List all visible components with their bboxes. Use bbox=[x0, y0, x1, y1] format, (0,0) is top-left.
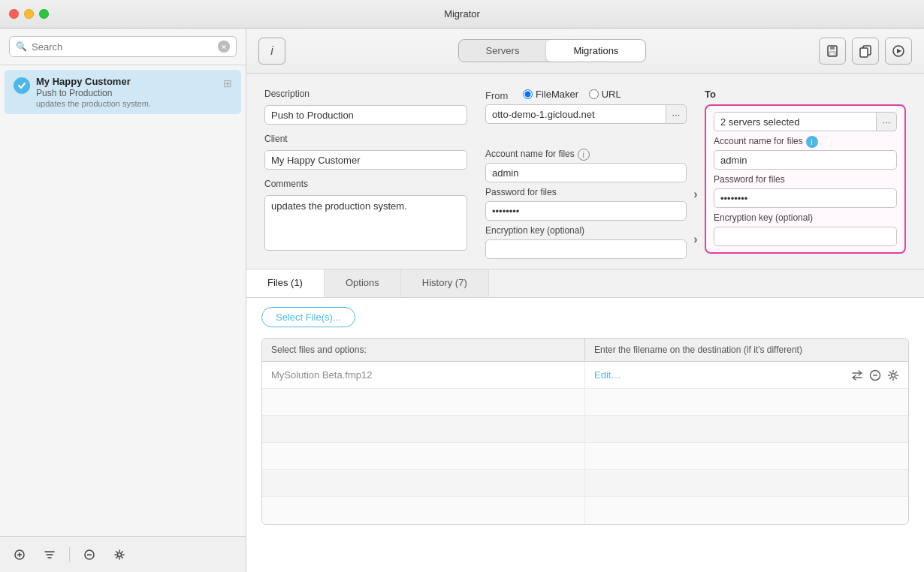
select-files-button[interactable]: Select File(s)... bbox=[261, 307, 355, 327]
app-body: 🔍 ✕ My Happy Customer Push to Production… bbox=[0, 29, 924, 572]
copy-button[interactable] bbox=[852, 38, 879, 65]
top-toolbar: i Servers Migrations bbox=[246, 29, 924, 74]
svg-rect-7 bbox=[830, 46, 835, 50]
file-dest-cell: Edit… bbox=[585, 362, 908, 388]
file-source-name: MySolution Beta.fmp12 bbox=[271, 369, 372, 381]
col-header-source: Select files and options: bbox=[262, 339, 585, 361]
col-header-dest: Enter the filename on the destination (i… bbox=[585, 339, 908, 361]
bottom-tabs: Files (1) Options History (7) bbox=[246, 269, 924, 298]
svg-rect-10 bbox=[860, 48, 868, 57]
sidebar-item-status-icon bbox=[14, 77, 30, 94]
to-account-input[interactable] bbox=[714, 150, 897, 170]
from-label: From FileMaker URL bbox=[485, 89, 687, 101]
search-box[interactable]: 🔍 ✕ bbox=[9, 36, 237, 57]
info-button[interactable]: i bbox=[258, 38, 285, 65]
tab-files[interactable]: Files (1) bbox=[246, 269, 325, 297]
add-button[interactable] bbox=[6, 543, 33, 567]
search-icon: 🔍 bbox=[16, 41, 27, 52]
table-empty-row bbox=[262, 389, 908, 416]
play-icon bbox=[892, 44, 905, 58]
search-input[interactable] bbox=[32, 41, 213, 53]
from-encryption-input[interactable] bbox=[485, 239, 687, 259]
comments-label: Comments bbox=[264, 179, 467, 189]
description-input[interactable] bbox=[264, 105, 467, 125]
run-button[interactable] bbox=[885, 38, 912, 65]
to-account-label-row: Account name for files i bbox=[714, 136, 897, 148]
from-radio-group: FileMaker URL bbox=[523, 90, 621, 101]
files-table-container: Select files and options: Enter the file… bbox=[261, 338, 909, 525]
table-row: MySolution Beta.fmp12 Edit… bbox=[262, 362, 908, 389]
from-to-area: From FileMaker URL bbox=[485, 89, 906, 260]
from-server-more-button[interactable]: ··· bbox=[666, 104, 687, 124]
sidebar-list: My Happy Customer Push to Production upd… bbox=[0, 65, 246, 536]
table-empty-row bbox=[262, 470, 908, 497]
svg-rect-8 bbox=[829, 52, 835, 56]
settings-button[interactable] bbox=[106, 543, 133, 567]
svg-point-15 bbox=[892, 373, 895, 377]
to-password-label: Password for files bbox=[714, 174, 897, 185]
to-encryption-input[interactable] bbox=[714, 227, 897, 246]
arrows-col: › › bbox=[687, 188, 705, 260]
row-icons bbox=[851, 369, 899, 381]
copy-item-icon[interactable]: ⊞ bbox=[223, 77, 232, 89]
tab-servers[interactable]: Servers bbox=[459, 40, 547, 62]
transfer-icon-button[interactable] bbox=[851, 369, 863, 381]
left-form-col: Description Client Comments updates the … bbox=[264, 89, 467, 260]
from-encryption-label: Encryption key (optional) bbox=[485, 225, 687, 236]
password-arrow-icon: › bbox=[693, 233, 697, 246]
filter-button[interactable] bbox=[36, 543, 63, 567]
maximize-button[interactable] bbox=[39, 9, 49, 19]
sidebar-item-desc: updates the production system. bbox=[36, 99, 217, 108]
to-password-input[interactable] bbox=[714, 188, 897, 208]
tab-migrations[interactable]: Migrations bbox=[546, 40, 645, 62]
files-section: Select File(s)... Select files and optio… bbox=[246, 298, 924, 572]
empty-cell-2 bbox=[585, 389, 908, 415]
to-account-info-icon[interactable]: i bbox=[806, 136, 818, 148]
titlebar: Migrator bbox=[0, 0, 924, 29]
row-settings-button[interactable] bbox=[887, 369, 899, 381]
from-to-arrow bbox=[687, 104, 705, 106]
to-section-wrapper: ··· Account name for files i Passwo bbox=[705, 104, 906, 254]
tab-history[interactable]: History (7) bbox=[401, 269, 489, 297]
sidebar: 🔍 ✕ My Happy Customer Push to Production… bbox=[0, 29, 246, 572]
svg-point-5 bbox=[118, 552, 122, 556]
account-arrow-icon: › bbox=[693, 188, 697, 201]
from-server-input[interactable] bbox=[485, 104, 666, 124]
files-table: Select files and options: Enter the file… bbox=[261, 338, 909, 525]
from-server-field: ··· bbox=[485, 104, 687, 124]
remove-row-button[interactable] bbox=[869, 369, 881, 381]
client-label: Client bbox=[264, 134, 467, 144]
minimize-button[interactable] bbox=[24, 9, 34, 19]
info-icon: i bbox=[270, 44, 273, 58]
toolbar-separator bbox=[69, 547, 70, 562]
client-input[interactable] bbox=[264, 150, 467, 170]
svg-marker-12 bbox=[897, 49, 901, 53]
radio-filemaker[interactable]: FileMaker bbox=[523, 89, 578, 100]
remove-button[interactable] bbox=[76, 543, 103, 567]
radio-url[interactable]: URL bbox=[589, 89, 621, 100]
empty-cell bbox=[262, 389, 585, 415]
save-button[interactable] bbox=[819, 38, 846, 65]
from-account-info-icon[interactable]: i bbox=[578, 149, 590, 161]
tab-group: Servers Migrations bbox=[458, 39, 647, 62]
table-empty-row bbox=[262, 497, 908, 524]
comments-textarea[interactable]: updates the production system. bbox=[264, 195, 467, 251]
window-controls[interactable] bbox=[9, 9, 49, 19]
close-button[interactable] bbox=[9, 9, 19, 19]
file-source-cell: MySolution Beta.fmp12 bbox=[262, 362, 585, 388]
sidebar-item-0[interactable]: My Happy Customer Push to Production upd… bbox=[5, 70, 241, 114]
tab-options[interactable]: Options bbox=[325, 269, 401, 297]
main-content: i Servers Migrations bbox=[246, 29, 924, 572]
toolbar-right bbox=[819, 38, 912, 65]
copy-icon bbox=[859, 44, 872, 58]
sidebar-toolbar bbox=[0, 536, 246, 572]
from-password-input[interactable] bbox=[485, 201, 687, 221]
edit-link[interactable]: Edit… bbox=[594, 369, 621, 381]
description-label: Description bbox=[264, 89, 467, 99]
files-table-header: Select files and options: Enter the file… bbox=[262, 339, 908, 362]
from-account-label-row: Account name for files i bbox=[485, 149, 687, 161]
to-server-more-button[interactable]: ··· bbox=[876, 112, 897, 131]
to-server-input[interactable] bbox=[714, 112, 876, 131]
search-clear-button[interactable]: ✕ bbox=[218, 41, 230, 53]
from-account-input[interactable] bbox=[485, 163, 687, 182]
